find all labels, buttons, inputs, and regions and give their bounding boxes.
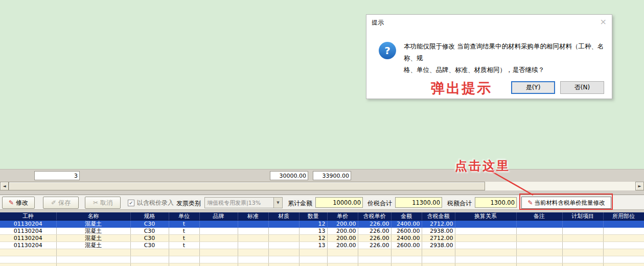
cell: t (169, 221, 199, 228)
cell (238, 263, 268, 266)
cell (268, 242, 299, 249)
column-header[interactable]: 标准 (238, 212, 268, 221)
empty-row (0, 263, 644, 266)
table-row[interactable]: 01130204混凝土C30t13200.00226.002600.002938… (0, 242, 644, 249)
chevron-down-icon: ▼ (273, 198, 282, 208)
cell (358, 263, 391, 266)
cell: 200.00 (327, 242, 358, 249)
modify-button[interactable]: ✎ 修改 (2, 197, 35, 209)
price-tax-total-field[interactable]: 11300.00 (395, 197, 442, 208)
table-row[interactable]: 01130204混凝土C30t12200.00226.002400.002712… (0, 221, 644, 228)
column-header[interactable]: 含税单价 (358, 212, 391, 221)
cell: 2938.00 (422, 228, 455, 235)
cell (562, 249, 603, 256)
cell (516, 235, 562, 242)
cell: 226.00 (358, 235, 391, 242)
column-header[interactable]: 单价 (327, 212, 358, 221)
message-line-2: 格、单位、品牌、标准、材质相同），是否继续？ (404, 64, 606, 76)
app-window: 3 30000.00 33900.00 ◄ ► ✎ 修改 ✐ 保存 ✂ 取消 ✔… (0, 0, 644, 266)
cell (516, 242, 562, 249)
cell (603, 263, 644, 266)
cell (562, 221, 603, 228)
scroll-right-button[interactable]: ► (635, 182, 644, 190)
column-header[interactable]: 材质 (268, 212, 299, 221)
annotation-click-text: 点击这里 (455, 158, 510, 174)
empty-row (0, 249, 644, 256)
pen-icon: ✎ (527, 199, 533, 206)
invoice-type-value: 增值税专用发票|13% (205, 199, 273, 207)
accum-amount-field[interactable]: 10000.00 (315, 197, 363, 208)
cancel-button[interactable]: ✂ 取消 (85, 197, 121, 209)
dialog-titlebar[interactable]: 提示 × (366, 15, 612, 29)
table-row[interactable]: 01130204混凝土C30t13200.00226.002600.002938… (0, 228, 644, 235)
tax-price-entry-checkbox[interactable]: ✔ 以含税价录入 (128, 199, 174, 207)
column-header[interactable]: 所用部位 (603, 212, 644, 221)
cell: C30 (130, 228, 169, 235)
cell (358, 256, 391, 263)
cell (199, 221, 238, 228)
left-arrow-icon: ◄ (3, 184, 6, 188)
column-header[interactable]: 名称 (56, 212, 130, 221)
cell (422, 256, 455, 263)
scroll-left-button[interactable]: ◄ (0, 182, 9, 190)
column-header[interactable]: 品牌 (199, 212, 238, 221)
cell (455, 228, 516, 235)
price-tax-total-label: 价税合计 (367, 199, 392, 208)
save-button[interactable]: ✐ 保存 (43, 197, 79, 209)
column-header[interactable]: 含税金额 (422, 212, 455, 221)
cell: 2600.00 (391, 228, 422, 235)
cell (327, 249, 358, 256)
cell (516, 263, 562, 266)
column-header[interactable]: 备注 (516, 212, 562, 221)
cell (603, 221, 644, 228)
cell (169, 256, 199, 263)
column-header[interactable]: 计划项目 (562, 212, 603, 221)
cell: 200.00 (327, 228, 358, 235)
cell (516, 228, 562, 235)
close-icon[interactable]: × (600, 17, 607, 27)
column-header[interactable]: 工种 (0, 212, 56, 221)
cell (0, 249, 56, 256)
column-header[interactable]: 单位 (169, 212, 199, 221)
cell (299, 263, 327, 266)
cell (562, 235, 603, 242)
cell (603, 256, 644, 263)
right-arrow-icon: ► (638, 184, 641, 188)
yes-button[interactable]: 是(Y) (511, 81, 555, 94)
cell (455, 221, 516, 228)
scrollbar-thumb[interactable] (9, 182, 485, 190)
annotation-popup-text: 弹出提示 (431, 79, 492, 98)
message-line-1: 本功能仅限于修改 当前查询结果中的材料采购单的相同材料（工种、名称、规 (404, 40, 606, 64)
cancel-button-label: 取消 (100, 199, 112, 207)
cell (299, 249, 327, 256)
invoice-type-label: 发票类别 (176, 199, 201, 208)
cell (199, 263, 238, 266)
no-button[interactable]: 否(N) (560, 81, 604, 94)
cell (268, 235, 299, 242)
table-row[interactable]: 01130204混凝土C30t12200.00226.002400.002712… (0, 235, 644, 242)
column-header[interactable]: 数量 (299, 212, 327, 221)
cell: 13 (299, 242, 327, 249)
question-icon: ? (379, 42, 396, 59)
column-header[interactable]: 规格 (130, 212, 169, 221)
invoice-type-select[interactable]: 增值税专用发票|13% ▼ (204, 197, 283, 208)
column-header[interactable]: 换算关系 (455, 212, 516, 221)
cell: C30 (130, 221, 169, 228)
table-area: 工种名称规格单位品牌标准材质数量单价含税单价金额含税金额换算关系备注计划项目所用… (0, 212, 644, 266)
cell: 2400.00 (391, 221, 422, 228)
cell (238, 235, 268, 242)
cell (130, 249, 169, 256)
cell: 200.00 (327, 221, 358, 228)
cell (199, 228, 238, 235)
cell (455, 242, 516, 249)
cell: 01130204 (0, 228, 56, 235)
cell: 13 (299, 228, 327, 235)
cell (238, 249, 268, 256)
cell (238, 228, 268, 235)
column-header[interactable]: 金额 (391, 212, 422, 221)
cell (562, 263, 603, 266)
cell (391, 263, 422, 266)
cell (603, 235, 644, 242)
cell: 226.00 (358, 228, 391, 235)
pen-icon: ✎ (9, 199, 14, 206)
